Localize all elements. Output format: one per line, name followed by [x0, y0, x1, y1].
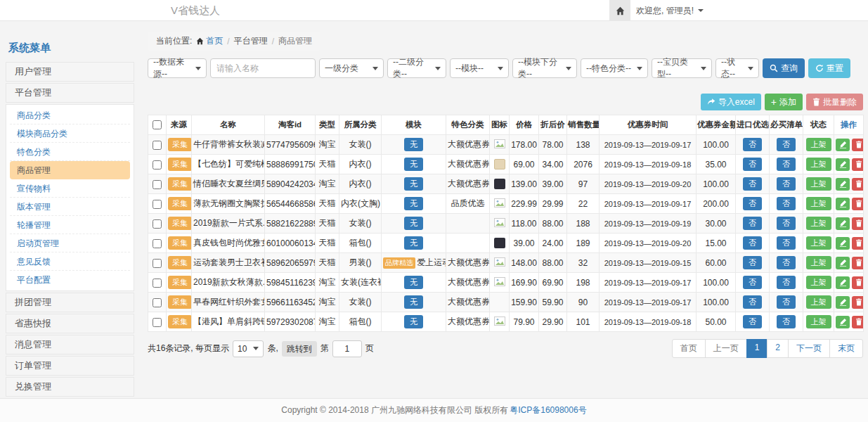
pagination-prev[interactable]: 上一页 [705, 339, 747, 358]
status-button[interactable]: 上架 [806, 197, 831, 210]
sidebar-item[interactable]: 平台管理 [6, 83, 134, 103]
must-buy-toggle[interactable]: 否 [777, 236, 796, 250]
module-badge[interactable]: 无 [404, 197, 423, 210]
sidebar-subitem[interactable]: 启动页管理 [10, 234, 130, 252]
delete-button[interactable] [852, 178, 864, 191]
row-checkbox[interactable] [153, 200, 162, 209]
delete-button[interactable] [852, 237, 864, 250]
sidebar-subitem[interactable]: 模块商品分类 [10, 124, 130, 143]
pagination-first[interactable]: 首页 [672, 339, 706, 358]
sidebar-subitem[interactable]: 轮播管理 [10, 216, 130, 234]
must-buy-toggle[interactable]: 否 [777, 295, 796, 309]
import-select-toggle[interactable]: 否 [743, 177, 762, 191]
sidebar-subitem[interactable]: 商品分类 [10, 106, 130, 124]
delete-button[interactable] [852, 139, 864, 151]
filter-module[interactable]: --模块-- [450, 58, 509, 78]
row-checkbox[interactable] [153, 141, 162, 150]
status-button[interactable]: 上架 [806, 177, 831, 191]
import-excel-button[interactable]: 导入excel [701, 94, 761, 110]
sidebar-item[interactable]: 拼团管理 [6, 293, 134, 312]
edit-button[interactable] [836, 316, 850, 328]
delete-button[interactable] [852, 257, 864, 269]
sidebar-subitem[interactable]: 版本管理 [10, 198, 130, 216]
sidebar-item[interactable]: 订单管理 [6, 356, 134, 376]
status-button[interactable]: 上架 [806, 256, 831, 269]
row-checkbox[interactable] [153, 279, 162, 288]
edit-button[interactable] [836, 237, 850, 250]
search-button[interactable]: 查询 [763, 58, 805, 78]
must-buy-toggle[interactable]: 否 [777, 177, 796, 191]
add-button[interactable]: + 添加 [765, 94, 803, 110]
filter-data-source[interactable]: --数据来源-- [148, 58, 207, 78]
must-buy-toggle[interactable]: 否 [777, 256, 796, 269]
edit-button[interactable] [836, 178, 850, 191]
icp-link[interactable]: 粤ICP备16098006号 [510, 404, 586, 416]
breadcrumb-home[interactable]: 首页 [196, 35, 223, 47]
import-select-toggle[interactable]: 否 [743, 256, 762, 269]
pagination-next[interactable]: 下一页 [788, 339, 830, 358]
status-button[interactable]: 上架 [806, 295, 831, 309]
edit-button[interactable] [836, 257, 850, 269]
import-select-toggle[interactable]: 否 [743, 217, 762, 230]
filter-item-type[interactable]: --宝贝类型-- [652, 58, 712, 78]
import-select-toggle[interactable]: 否 [743, 276, 762, 289]
sidebar-subitem[interactable]: 意见反馈 [10, 252, 130, 271]
edit-button[interactable] [836, 217, 850, 230]
edit-button[interactable] [836, 198, 850, 210]
delete-button[interactable] [852, 158, 864, 171]
per-page-select[interactable]: 10 [233, 340, 264, 357]
delete-button[interactable] [852, 316, 864, 328]
breadcrumb-item[interactable]: 平台管理 [234, 35, 268, 47]
must-buy-toggle[interactable]: 否 [777, 158, 796, 171]
module-badge[interactable]: 无 [404, 158, 423, 171]
delete-button[interactable] [852, 296, 864, 309]
must-buy-toggle[interactable]: 否 [777, 197, 796, 210]
status-button[interactable]: 上架 [806, 158, 831, 171]
module-badge[interactable]: 无 [404, 177, 423, 191]
module-badge[interactable]: 无 [404, 295, 423, 309]
row-checkbox[interactable] [153, 239, 162, 248]
delete-button[interactable] [852, 276, 864, 289]
row-checkbox[interactable] [153, 298, 162, 307]
sidebar-item[interactable]: 用户管理 [6, 62, 134, 82]
select-all-checkbox[interactable] [153, 120, 162, 129]
filter-status[interactable]: --状态-- [715, 58, 759, 78]
sidebar-item-active[interactable]: 商品管理 [10, 161, 130, 179]
module-badge[interactable]: 无 [404, 217, 423, 230]
module-badge[interactable]: 无 [404, 236, 423, 250]
edit-button[interactable] [836, 276, 850, 289]
import-select-toggle[interactable]: 否 [743, 295, 762, 309]
row-checkbox[interactable] [153, 160, 162, 170]
jump-button[interactable]: 跳转到 [282, 341, 317, 357]
reset-button[interactable]: 重置 [808, 58, 850, 78]
module-badge[interactable]: 无 [404, 138, 423, 151]
row-checkbox[interactable] [153, 180, 162, 189]
name-search-input[interactable] [210, 58, 316, 78]
import-select-toggle[interactable]: 否 [743, 236, 762, 250]
delete-button[interactable] [852, 198, 864, 210]
import-select-toggle[interactable]: 否 [743, 197, 762, 210]
batch-delete-button[interactable]: 批量删除 [806, 94, 863, 110]
sidebar-item[interactable]: 省惠快报 [6, 314, 134, 333]
sidebar-subitem[interactable]: 平台配置 [10, 271, 130, 289]
import-select-toggle[interactable]: 否 [743, 315, 762, 328]
filter-category-level1[interactable]: 一级分类 [319, 58, 384, 78]
row-checkbox[interactable] [153, 259, 162, 268]
row-checkbox[interactable] [153, 219, 162, 229]
sidebar-subitem[interactable]: 宣传物料 [10, 179, 130, 198]
user-menu[interactable]: 欢迎您, 管理员! [636, 0, 704, 21]
import-select-toggle[interactable]: 否 [743, 158, 762, 171]
edit-button[interactable] [836, 139, 850, 151]
must-buy-toggle[interactable]: 否 [777, 138, 796, 151]
sidebar-subitem[interactable]: 特色分类 [10, 143, 130, 161]
status-button[interactable]: 上架 [806, 236, 831, 250]
status-button[interactable]: 上架 [806, 138, 831, 151]
must-buy-toggle[interactable]: 否 [777, 217, 796, 230]
delete-button[interactable] [852, 217, 864, 230]
pagination-page-1[interactable]: 1 [746, 339, 768, 358]
filter-category-level2[interactable]: --二级分类-- [387, 58, 446, 78]
edit-button[interactable] [836, 296, 850, 309]
module-badge[interactable]: 无 [404, 315, 423, 328]
status-button[interactable]: 上架 [806, 276, 831, 289]
sidebar-item[interactable]: 兑换管理 [6, 377, 134, 397]
